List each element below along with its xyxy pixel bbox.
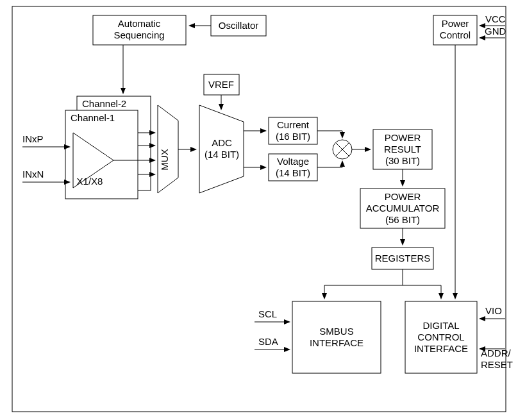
label-registers: REGISTERS [375, 253, 431, 264]
label-power-acc-1: POWER [385, 191, 421, 202]
pin-addr-2: RESET [481, 359, 513, 370]
label-current-2: (16 BIT) [276, 131, 310, 142]
label-power-control-1: Power [442, 18, 469, 29]
label-voltage-1: Voltage [277, 156, 309, 167]
label-gain: X1/X8 [77, 176, 103, 187]
label-adc-1: ADC [212, 137, 232, 148]
label-mux: MUX [159, 149, 170, 170]
label-power-acc-2: ACCUMULATOR [366, 203, 440, 214]
pin-vio: VIO [485, 305, 502, 316]
pin-inxp: INxP [22, 133, 44, 144]
label-digctl-3: INTERFACE [414, 343, 468, 354]
label-power-result-3: (30 BIT) [385, 155, 420, 166]
label-oscillator: Oscillator [219, 20, 259, 31]
label-power-acc-3: (56 BIT) [385, 214, 420, 225]
label-channel-1: Channel-1 [71, 112, 115, 123]
label-digctl-2: CONTROL [417, 332, 464, 342]
label-digctl-1: DIGITAL [422, 320, 459, 331]
pin-sda: SDA [258, 336, 278, 347]
label-vref: VREF [208, 79, 234, 90]
label-power-result-2: RESULT [384, 144, 421, 155]
label-smbus-1: SMBUS [319, 326, 353, 337]
label-current-1: Current [277, 119, 310, 130]
pin-vcc: VCC [485, 13, 506, 24]
label-auto-seq-1: Automatic [118, 18, 161, 29]
label-smbus-2: INTERFACE [310, 337, 363, 348]
pin-gnd: GND [485, 26, 506, 37]
label-channel-2: Channel-2 [82, 98, 126, 109]
label-power-control-2: Control [440, 29, 471, 40]
pin-scl: SCL [258, 308, 277, 319]
pin-addr-1: ADDR/ [481, 348, 512, 358]
label-adc-2: (14 BIT) [205, 149, 239, 160]
label-voltage-2: (14 BIT) [276, 167, 310, 178]
pin-inxn: INxN [22, 169, 44, 180]
label-auto-seq-2: Sequencing [113, 29, 164, 40]
label-power-result-1: POWER [385, 132, 421, 143]
